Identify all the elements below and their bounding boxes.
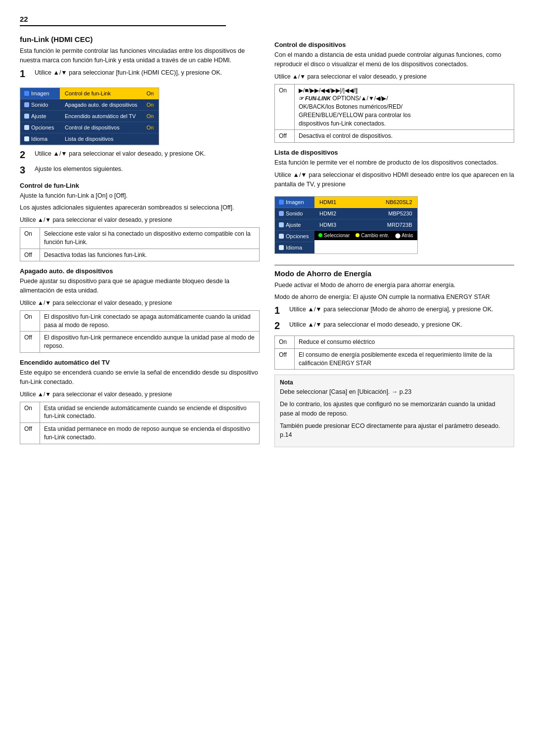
- lista-disp-desc2: Utilice ▲/▼ para seleccionar el disposit…: [274, 170, 514, 189]
- nota-item-2: De lo contrario, los ajustes que configu…: [280, 400, 509, 419]
- table-cell-desc-on: Seleccione este valor si ha conectado un…: [40, 228, 260, 249]
- modo-on-val: On: [275, 336, 295, 349]
- yellow-dot: [356, 233, 359, 237]
- sidebar-label-idioma: Idioma: [31, 136, 47, 142]
- hdmi-device-panel: HDMI1 NB620SL2 HDMI2 MBP5230 HDMI3 MRD72…: [314, 197, 417, 253]
- section-divider: [274, 265, 514, 265]
- modo-on-desc: Reduce el consumo eléctrico: [295, 336, 514, 349]
- encendido-instruction: Utilice ▲/▼ para seleccionar el valor de…: [20, 390, 260, 399]
- sidebar-item-imagen[interactable]: Imagen: [20, 88, 60, 99]
- apagado-on-val: On: [20, 310, 40, 332]
- step-2: 2 Utilice ▲/▼ para seleccionar el valor …: [20, 149, 260, 161]
- hdmi1-device: NB620SL2: [386, 199, 412, 205]
- hdmi-menu-box: Imagen Sonido Ajuste Opciones Idioma: [274, 196, 418, 254]
- hdmi-item-2[interactable]: HDMI2 MBP5230: [314, 208, 417, 219]
- menu-item-val-apagado: On: [146, 102, 154, 108]
- modo-ahorro-desc2: Modo de ahorro de energía: El ajuste ON …: [274, 293, 514, 302]
- step-1-num: 1: [20, 68, 30, 80]
- table-row: On Reduce el consumo eléctrico: [275, 336, 514, 349]
- apagado-off-desc: El dispositivo fun-Link permanece encend…: [40, 332, 260, 353]
- modo-off-desc: El consumo de energía posiblemente exced…: [295, 348, 514, 370]
- hdmi-sidebar-imagen[interactable]: Imagen: [275, 197, 314, 208]
- control-fun-link-instruction: Utilice ▲/▼ para seleccionar el valor de…: [20, 215, 260, 224]
- hdmi2-port: HDMI2: [319, 210, 336, 216]
- menu-item-lista[interactable]: Lista de dispositivos: [60, 133, 159, 145]
- step-3-text: Ajuste los elementos siguientes.: [35, 165, 123, 176]
- control-fun-link-desc2: Los ajustes adicionales siguientes apare…: [20, 203, 260, 212]
- control-fun-link-desc: Ajuste la función fun-Link a [On] o [Off…: [20, 191, 260, 201]
- hdmi-sidebar-sonido[interactable]: Sonido: [275, 208, 314, 219]
- nota-item-1: Debe seleccionar [Casa] en [Ubicación]. …: [280, 387, 509, 397]
- ctrl-disp-on-val: On: [275, 84, 295, 130]
- hdmi-item-1[interactable]: HDMI1 NB620SL2: [314, 197, 417, 208]
- table-row: Off Desactiva el control de dispositivos…: [275, 130, 514, 143]
- modo-step-1-text: Utilice ▲/▼ para seleccionar [Modo de ah…: [289, 305, 493, 316]
- hdmi-ajuste-icon: [279, 222, 284, 227]
- nota-title: Nota: [280, 379, 509, 386]
- green-dot: [318, 233, 322, 237]
- menu-item-label-encendido: Encendido automático del TV: [65, 113, 136, 119]
- fun-link-title: fun-Link (HDMI CEC): [20, 35, 260, 43]
- right-column: Control de dispositivos Con el mando a d…: [274, 35, 514, 447]
- menu-item-label-apagado: Apagado auto. de dispositivos: [65, 102, 137, 108]
- sidebar-item-sonido[interactable]: Sonido: [20, 99, 60, 111]
- encendido-off-val: Off: [20, 423, 40, 444]
- hdmi-idioma-icon: [279, 245, 284, 250]
- step-2-num: 2: [20, 149, 30, 161]
- apagado-heading: Apagado auto. de dispositivos: [20, 267, 260, 275]
- hdmi-footer-back: ⬤ Atrás: [395, 233, 413, 238]
- table-row: Off El dispositivo fun-Link permanece en…: [20, 332, 260, 353]
- hdmi-sidebar-opciones[interactable]: Opciones: [275, 231, 314, 242]
- control-fun-link-table: On Seleccione este valor si ha conectado…: [20, 227, 260, 261]
- hdmi-opciones-icon: [279, 234, 284, 239]
- ctrl-disp-on-desc: ▶/■/▶▶/◀◀/▶▶|/|◀◀/‖ ☞ FUN-LINK OPTIONS/▲…: [295, 84, 514, 130]
- hdmi-sidebar-idioma[interactable]: Idioma: [275, 242, 314, 253]
- hdmi-footer-select: Seleccionar: [318, 233, 350, 238]
- ctrl-disp-off-desc: Desactiva el control de dispositivos.: [295, 130, 514, 143]
- hdmi3-port: HDMI3: [319, 222, 336, 228]
- modo-step-1: 1 Utilice ▲/▼ para seleccionar [Modo de …: [274, 305, 514, 316]
- table-row: Off Desactiva todas las funciones fun-Li…: [20, 249, 260, 261]
- encendido-heading: Encendido automático del TV: [20, 359, 260, 366]
- ctrl-disp-desc: Con el mando a distancia de esta unidad …: [274, 50, 514, 69]
- hdmi-sidebar-ajuste[interactable]: Ajuste: [275, 219, 314, 231]
- modo-off-val: Off: [275, 348, 295, 370]
- sidebar-label-sonido: Sonido: [31, 102, 48, 108]
- menu-item-label-control-dispositivos: Control de dispositivos: [65, 125, 120, 130]
- menu-item-val-control-dispositivos: On: [146, 125, 154, 130]
- step-2-text: Utilice ▲/▼ para seleccionar el valor de…: [35, 149, 206, 161]
- hdmi-sidebar-label-sonido: Sonido: [286, 210, 303, 216]
- apagado-desc: Puede ajustar su dispositivo para que se…: [20, 277, 260, 295]
- menu-item-control-dispositivos[interactable]: Control de dispositivos On: [60, 122, 159, 133]
- menu-item-label-lista: Lista de dispositivos: [65, 136, 113, 142]
- hdmi-footer: Seleccionar Cambio entr. ⬤ Atrás: [314, 231, 417, 240]
- idioma-icon: [24, 136, 29, 141]
- sidebar-item-ajuste[interactable]: Ajuste: [20, 111, 60, 122]
- ctrl-disp-off-val: Off: [275, 130, 295, 143]
- left-column: fun-Link (HDMI CEC) Esta función le perm…: [20, 35, 260, 447]
- hdmi-item-3[interactable]: HDMI3 MRD723B: [314, 219, 417, 231]
- encendido-off-desc: Esta unidad permanece en modo de reposo …: [40, 423, 260, 444]
- modo-ahorro-desc1: Puede activar el Modo de ahorro de energ…: [274, 281, 514, 290]
- imagen-icon: [24, 91, 29, 96]
- menu-item-encendido[interactable]: Encendido automático del TV On: [60, 111, 159, 122]
- table-cell-val-off: Off: [20, 249, 40, 261]
- hdmi-sidebar-label-imagen: Imagen: [286, 199, 304, 205]
- apagado-on-desc: El dispositivo fun-Link conectado se apa…: [40, 310, 260, 332]
- table-row: On El dispositivo fun-Link conectado se …: [20, 310, 260, 332]
- sidebar-item-opciones[interactable]: Opciones: [20, 122, 60, 133]
- menu-item-val-control-fun-link: On: [146, 90, 154, 96]
- hdmi-imagen-icon: [279, 200, 284, 205]
- table-row: On Seleccione este valor si ha conectado…: [20, 228, 260, 249]
- menu-item-apagado[interactable]: Apagado auto. de dispositivos On: [60, 99, 159, 111]
- opciones-icon: [24, 125, 29, 130]
- step-3: 3 Ajuste los elementos siguientes.: [20, 165, 260, 176]
- modo-step-2-text: Utilice ▲/▼ para seleccionar el modo des…: [289, 320, 462, 332]
- apagado-off-val: Off: [20, 332, 40, 353]
- nota-box: Nota Debe seleccionar [Casa] en [Ubicaci…: [274, 375, 514, 447]
- lista-disp-desc: Esta función le permite ver el nombre de…: [274, 158, 514, 168]
- hdmi-device-list: HDMI1 NB620SL2 HDMI2 MBP5230 HDMI3 MRD72…: [314, 197, 417, 231]
- sidebar-item-idioma[interactable]: Idioma: [20, 133, 60, 145]
- menu-item-control-fun-link[interactable]: Control de fun-Link On: [60, 88, 159, 99]
- ctrl-disp-instruction: Utilice ▲/▼ para seleccionar el valor de…: [274, 72, 514, 81]
